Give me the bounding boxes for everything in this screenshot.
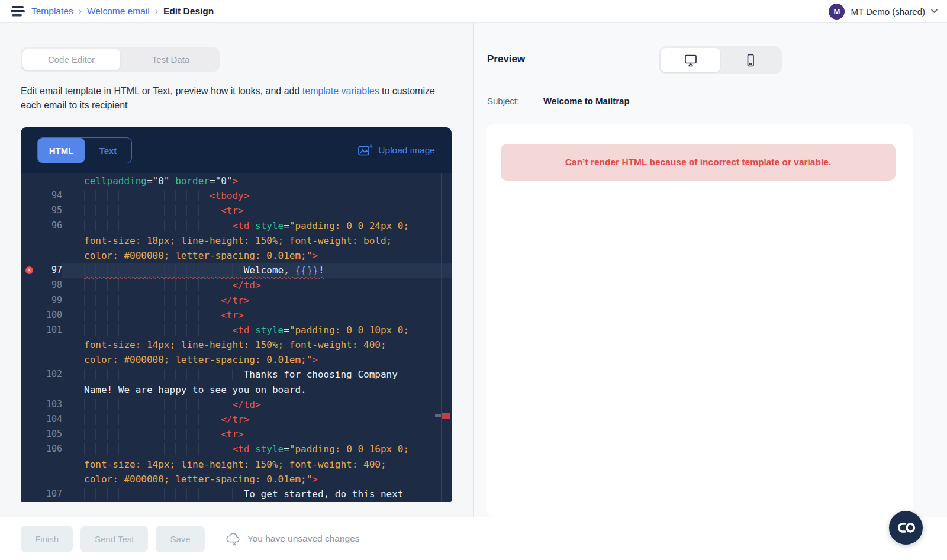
- indent-guides: [84, 324, 232, 336]
- code-line[interactable]: color: #000000; letter-spacing: 0.01em;"…: [21, 248, 452, 263]
- code-line[interactable]: font-size: 14px; line-height: 150%; font…: [21, 457, 452, 472]
- help-widget-button[interactable]: [889, 511, 923, 545]
- code-line[interactable]: 100 <tr>: [21, 308, 452, 323]
- indent-guides: [84, 443, 232, 455]
- code-token: color: #000000; letter-spacing: 0.01em;": [84, 354, 312, 365]
- breadcrumb-separator: ›: [155, 6, 158, 17]
- code-token: style: [249, 324, 284, 336]
- save-button[interactable]: Save: [156, 526, 204, 552]
- scrollbar-track[interactable]: [441, 173, 442, 502]
- code-token: =: [284, 220, 289, 231]
- workspace-switcher[interactable]: M MT Demo (shared): [829, 4, 938, 20]
- breadcrumb-templates[interactable]: Templates: [31, 6, 73, 17]
- breadcrumb-welcome-email[interactable]: Welcome email: [87, 6, 150, 17]
- line-number: 95: [21, 203, 62, 218]
- code-token: Thanks for choosing Company: [244, 369, 398, 380]
- code-token: <tr>: [221, 429, 244, 440]
- code-line[interactable]: 105 <tr>: [21, 427, 452, 442]
- html-text-toggle: HTML Text: [37, 137, 132, 163]
- code-line[interactable]: 103 </td>: [21, 397, 452, 412]
- line-number: 104: [21, 412, 62, 427]
- code-token: Welcome,: [244, 265, 295, 276]
- toggle-html[interactable]: HTML: [38, 138, 85, 163]
- line-number: [21, 382, 62, 397]
- code-line[interactable]: 98 </td>: [21, 278, 452, 292]
- indent-guides: [84, 488, 244, 500]
- code-line[interactable]: color: #000000; letter-spacing: 0.01em;"…: [21, 472, 452, 487]
- tab-test-data[interactable]: Test Data: [122, 47, 220, 72]
- send-test-button[interactable]: Send Test: [80, 526, 148, 552]
- indent-guides: [84, 310, 221, 321]
- code-line[interactable]: 106 <td style="padding: 0 0 16px 0;: [21, 442, 452, 456]
- code-content: </td>: [62, 397, 452, 412]
- line-number: 103: [21, 397, 62, 412]
- desktop-preview-button[interactable]: [661, 48, 720, 72]
- co-logo-icon: [897, 522, 916, 533]
- code-line[interactable]: 97 Welcome, {{}}!✕: [21, 263, 452, 278]
- code-token: "padding: 0 0 16px 0;: [289, 443, 409, 455]
- code-token: >: [232, 175, 238, 186]
- code-line[interactable]: 94 <tbody>: [21, 188, 452, 203]
- code-line[interactable]: font-size: 14px; line-height: 150%; font…: [21, 337, 452, 352]
- code-token: </tr>: [221, 414, 249, 425]
- code-token: <td: [232, 220, 249, 231]
- line-number: 107: [21, 487, 62, 501]
- device-toggle: [659, 46, 782, 74]
- breadcrumb-edit-design: Edit Design: [163, 6, 214, 17]
- toggle-text[interactable]: Text: [85, 138, 131, 163]
- code-line[interactable]: 104 </tr>: [21, 412, 452, 427]
- footer-buttons: FinishSend TestSave: [21, 526, 205, 552]
- code-token: font-size: 14px; line-height: 150%; font…: [84, 339, 386, 350]
- code-line[interactable]: 95 <tr>: [21, 203, 452, 218]
- code-line[interactable]: 99 </tr>: [21, 293, 452, 308]
- code-line[interactable]: color: #000000; letter-spacing: 0.01em;"…: [21, 352, 452, 367]
- finish-button[interactable]: Finish: [21, 526, 73, 552]
- code-line[interactable]: 96 <td style="padding: 0 0 24px 0;: [21, 218, 452, 233]
- code-content: color: #000000; letter-spacing: 0.01em;"…: [62, 352, 452, 367]
- upload-image-button[interactable]: Upload image: [358, 144, 435, 157]
- code-token: ="0": [210, 175, 233, 186]
- code-content: </td>: [62, 278, 452, 292]
- indent-guides: [84, 369, 244, 380]
- code-content: font-size: 14px; line-height: 150%; font…: [62, 457, 452, 472]
- code-editor-header: HTML Text Upload image: [21, 127, 452, 173]
- code-content: To get started, do this next: [62, 487, 452, 501]
- tab-code-editor[interactable]: Code Editor: [22, 49, 120, 70]
- code-line[interactable]: 101 <td style="padding: 0 0 10px 0;: [21, 323, 452, 337]
- code-line[interactable]: 107 To get started, do this next: [21, 487, 452, 501]
- line-number: 99: [21, 293, 62, 308]
- code-area[interactable]: cellpadding="0" border="0">94 <tbody>95 …: [21, 173, 452, 502]
- code-token: >: [312, 474, 318, 485]
- indent-guides: [84, 399, 232, 410]
- code-line[interactable]: Name! We are happy to see you on board.: [21, 382, 452, 397]
- upload-image-icon: [358, 144, 373, 157]
- code-token: Name! We are happy to see you on board.: [84, 384, 307, 395]
- line-number: [21, 457, 62, 472]
- code-content: Welcome, {{}}!: [62, 263, 452, 278]
- avatar: M: [829, 4, 845, 20]
- template-variables-link[interactable]: template variables: [302, 86, 379, 96]
- code-token: cellpadding: [84, 175, 147, 186]
- code-token: <td: [232, 324, 249, 336]
- code-token: To get started, do this next: [244, 488, 404, 500]
- code-token: }}: [307, 265, 318, 276]
- scrollbar-thumb[interactable]: [435, 414, 441, 417]
- breadcrumb: Templates›Welcome email›Edit Design: [31, 6, 214, 17]
- unsaved-status: You have unsaved changes: [226, 532, 360, 546]
- code-token: </td>: [232, 399, 260, 410]
- code-line[interactable]: cellpadding="0" border="0">: [21, 173, 452, 188]
- indent-guides: [84, 265, 244, 276]
- code-token: </td>: [232, 279, 260, 291]
- code-token: >: [312, 250, 318, 261]
- subject-label: Subject:: [487, 96, 543, 106]
- code-token: style: [249, 443, 284, 455]
- code-content: <tr>: [62, 427, 452, 442]
- code-token: <tbody>: [210, 190, 249, 201]
- code-line[interactable]: font-size: 18px; line-height: 150%; font…: [21, 233, 452, 248]
- code-line[interactable]: 102 Thanks for choosing Company: [21, 367, 452, 382]
- code-token: <tr>: [221, 310, 244, 321]
- top-bar: Templates›Welcome email›Edit Design M MT…: [0, 0, 947, 23]
- menu-icon[interactable]: [11, 6, 25, 17]
- mobile-preview-button[interactable]: [720, 48, 780, 72]
- mobile-icon: [744, 54, 757, 67]
